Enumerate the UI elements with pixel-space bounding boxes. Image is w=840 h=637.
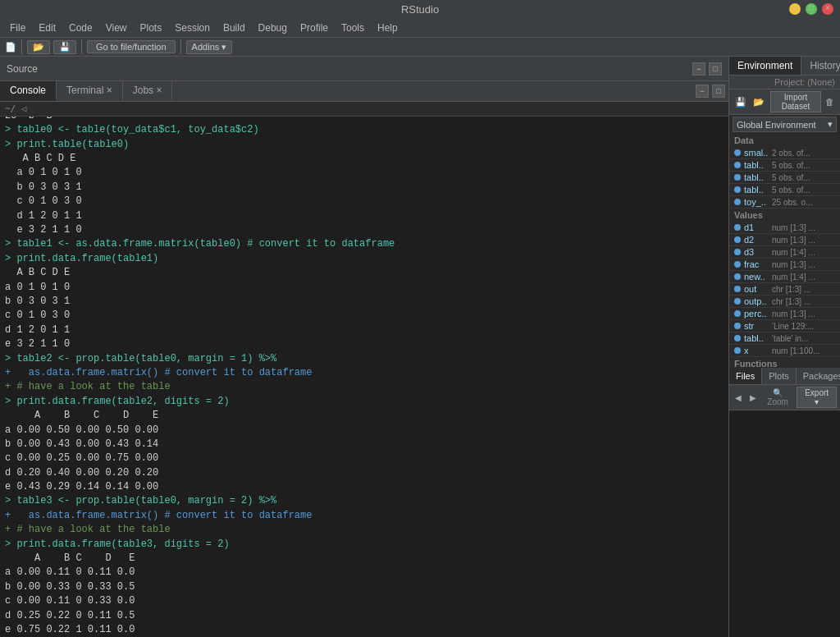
console-line: > table0 <- table(toy_data$c1, toy_data$… xyxy=(5,123,724,137)
env-load-btn[interactable]: 📂 xyxy=(751,96,767,108)
export-btn[interactable]: Export ▾ xyxy=(797,387,837,408)
source-title: Source xyxy=(7,63,38,75)
menu-item-build[interactable]: Build xyxy=(217,21,252,35)
env-dot xyxy=(734,174,741,181)
source-minimize-btn[interactable]: − xyxy=(692,62,705,76)
console-minimize-btn[interactable]: − xyxy=(696,85,709,98)
console-tab-list: Console Terminal × Jobs × xyxy=(0,81,172,101)
env-item[interactable]: smal.. 2 obs. of... xyxy=(729,147,840,159)
left-panel: Source − □ Console Terminal × Jobs × − □… xyxy=(0,57,729,637)
menu-item-file[interactable]: File xyxy=(3,21,32,35)
env-item-name: d3 xyxy=(744,247,770,257)
tab-history[interactable]: History xyxy=(801,57,840,75)
env-content: Data smal.. 2 obs. of... tabl.. 5 obs. o… xyxy=(729,134,840,368)
env-item[interactable]: new.. num [1:4] ... xyxy=(729,271,840,283)
zoom-btn[interactable]: 🔍 Zoom xyxy=(762,388,793,406)
toolbar-sep-2 xyxy=(81,39,82,54)
close-btn[interactable]: × xyxy=(822,3,833,15)
menu-item-profile[interactable]: Profile xyxy=(294,21,335,35)
env-dot xyxy=(734,249,741,255)
tab-terminal[interactable]: Terminal × xyxy=(57,81,123,101)
env-item[interactable]: d3 num [1:4] ... xyxy=(729,246,840,259)
files-tabs: Files Plots Packages − □ xyxy=(729,368,840,385)
tab-packages[interactable]: Packages xyxy=(797,368,840,384)
global-env-selector[interactable]: Global Environment ▾ xyxy=(733,117,837,132)
console-line: a 0.00 0.50 0.00 0.50 0.00 xyxy=(5,424,724,438)
new-file-icon[interactable]: 📄 xyxy=(5,42,16,53)
console-line: b 0.00 0.33 0 0.33 0.5 xyxy=(5,580,724,594)
files-content xyxy=(729,410,840,637)
env-item[interactable]: x num [1:100... xyxy=(729,345,840,357)
menu-item-view[interactable]: View xyxy=(99,21,134,35)
console-line: a 0 1 0 1 0 xyxy=(5,281,724,295)
env-item-type: num [1:3] ... xyxy=(772,260,835,269)
data-section-header: Data xyxy=(729,134,840,147)
env-item[interactable]: tabl.. 5 obs. of... xyxy=(729,184,840,196)
console-line: b 0 3 0 3 1 xyxy=(5,295,724,309)
console-line: > print.data.frame(table2, digits = 2) xyxy=(5,395,724,409)
env-item-type: num [1:3] ... xyxy=(772,309,835,318)
env-dot xyxy=(734,273,741,280)
window-controls: − □ × xyxy=(789,3,833,15)
env-dot xyxy=(734,236,741,243)
open-btn[interactable]: 📂 xyxy=(27,40,50,54)
console-maximize-btn[interactable]: □ xyxy=(712,85,725,98)
env-item[interactable]: d2 num [1:3] ... xyxy=(729,234,840,246)
console-line: > print.data.frame(table1) xyxy=(5,252,724,266)
console-line: c 0.00 0.25 0.00 0.75 0.00 xyxy=(5,451,724,465)
env-item[interactable]: outp.. chr [1:3] ... xyxy=(729,296,840,308)
env-dot xyxy=(734,149,741,156)
console-line: 25 b B xyxy=(5,117,724,123)
env-item[interactable]: d1 num [1:3] ... xyxy=(729,222,840,234)
tab-console[interactable]: Console xyxy=(0,81,57,101)
env-clear-btn[interactable]: 🗑 xyxy=(823,96,837,108)
menu-item-plots[interactable]: Plots xyxy=(134,21,169,35)
tab-plots[interactable]: Plots xyxy=(762,368,796,384)
env-item-name: tabl.. xyxy=(744,185,770,195)
env-item[interactable]: out chr [1:3] ... xyxy=(729,283,840,296)
project-info: Project: (None) xyxy=(729,76,840,89)
files-forward-btn[interactable]: ▶ xyxy=(747,392,759,403)
env-item[interactable]: str 'Line 129:... xyxy=(729,320,840,332)
tab-files[interactable]: Files xyxy=(729,368,762,384)
files-toolbar: ◀ ▶ 🔍 Zoom Export ▾ xyxy=(729,385,840,410)
source-maximize-btn[interactable]: □ xyxy=(709,62,722,76)
env-item-type: num [1:4] ... xyxy=(772,248,835,257)
tab-jobs[interactable]: Jobs × xyxy=(123,81,173,101)
save-btn[interactable]: 💾 xyxy=(53,40,76,54)
maximize-btn[interactable]: □ xyxy=(806,3,817,15)
addins-btn[interactable]: Addins ▾ xyxy=(186,40,233,54)
console-path: ~/ ◁ xyxy=(0,102,728,117)
env-item[interactable]: toy_.. 25 obs. o... xyxy=(729,196,840,209)
env-item[interactable]: tabl.. 5 obs. of... xyxy=(729,172,840,184)
menu-item-session[interactable]: Session xyxy=(168,21,217,35)
console-line: + as.data.frame.matrix() # convert it to… xyxy=(5,509,724,523)
env-item[interactable]: frac num [1:3] ... xyxy=(729,259,840,271)
env-item-type: num [1:4] ... xyxy=(772,273,835,282)
env-tab-list: Environment History xyxy=(729,57,840,75)
console-line: e 0.75 0.22 1 0.11 0.0 xyxy=(5,623,724,637)
console-line: A B C D E xyxy=(5,152,724,166)
minimize-btn[interactable]: − xyxy=(789,3,801,15)
env-dot xyxy=(734,224,741,231)
console-line: a 0 1 0 1 0 xyxy=(5,166,724,180)
menu-item-edit[interactable]: Edit xyxy=(32,21,62,35)
menu-item-help[interactable]: Help xyxy=(371,21,404,35)
menu-item-code[interactable]: Code xyxy=(62,21,99,35)
console-line: > print.table(table0) xyxy=(5,138,724,152)
env-save-btn[interactable]: 💾 xyxy=(733,96,749,108)
tab-environment[interactable]: Environment xyxy=(729,57,801,75)
env-item[interactable]: perc.. num [1:3] ... xyxy=(729,308,840,320)
env-item[interactable]: tabl.. 5 obs. of... xyxy=(729,159,840,172)
console-content[interactable]: 15 b D16 d B17 e D18 d D19 c D20 a B21 c… xyxy=(0,117,728,637)
app-title: RStudio xyxy=(401,3,439,16)
files-back-btn[interactable]: ◀ xyxy=(733,392,744,403)
import-dataset-btn[interactable]: Import Dataset xyxy=(770,91,821,112)
menu-item-debug[interactable]: Debug xyxy=(252,21,294,35)
env-item-name: smal.. xyxy=(744,148,770,158)
env-tabs: Environment History − □ xyxy=(729,57,840,76)
goto-func-btn[interactable]: Go to file/function xyxy=(87,40,176,53)
env-dot xyxy=(734,286,741,292)
menu-item-tools[interactable]: Tools xyxy=(335,21,371,35)
env-item[interactable]: tabl.. 'table' in... xyxy=(729,332,840,345)
